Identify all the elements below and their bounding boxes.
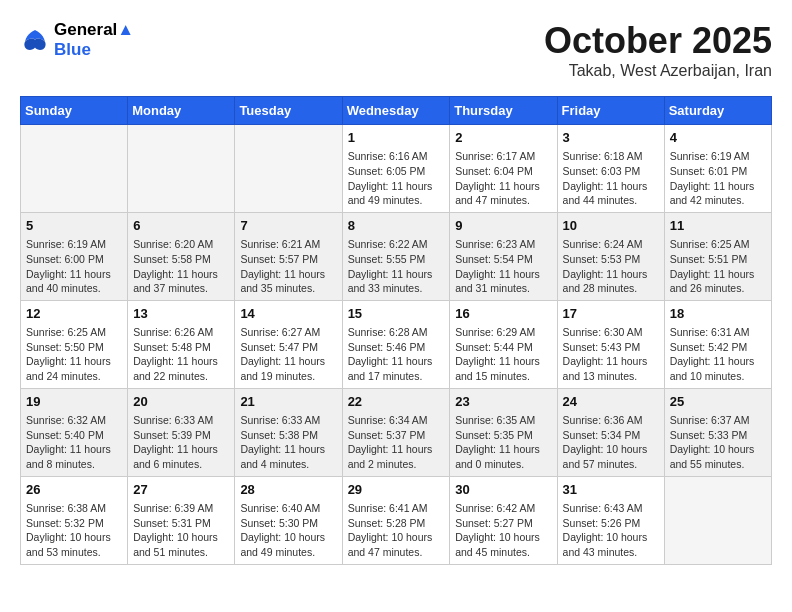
day-number: 27 [133, 481, 229, 499]
day-info-line: Sunset: 5:55 PM [348, 252, 445, 267]
day-info-line: Daylight: 11 hours [348, 442, 445, 457]
logo-text: General▲ Blue [54, 20, 134, 59]
day-info-line: Sunrise: 6:42 AM [455, 501, 551, 516]
week-row-5: 26Sunrise: 6:38 AMSunset: 5:32 PMDayligh… [21, 476, 772, 564]
day-info-line: and 42 minutes. [670, 193, 766, 208]
day-number: 31 [563, 481, 659, 499]
day-info-line: Daylight: 10 hours [348, 530, 445, 545]
day-info-line: and 24 minutes. [26, 369, 122, 384]
day-info-line: Daylight: 10 hours [26, 530, 122, 545]
calendar-cell: 5Sunrise: 6:19 AMSunset: 6:00 PMDaylight… [21, 212, 128, 300]
day-info-line: and 47 minutes. [348, 545, 445, 560]
calendar-cell: 6Sunrise: 6:20 AMSunset: 5:58 PMDaylight… [128, 212, 235, 300]
day-info-line: Daylight: 11 hours [240, 267, 336, 282]
day-info-line: Sunrise: 6:29 AM [455, 325, 551, 340]
day-number: 10 [563, 217, 659, 235]
day-number: 4 [670, 129, 766, 147]
calendar-cell: 7Sunrise: 6:21 AMSunset: 5:57 PMDaylight… [235, 212, 342, 300]
day-info-line: Sunset: 5:47 PM [240, 340, 336, 355]
day-info-line: Daylight: 11 hours [240, 354, 336, 369]
week-row-4: 19Sunrise: 6:32 AMSunset: 5:40 PMDayligh… [21, 388, 772, 476]
day-info-line: and 47 minutes. [455, 193, 551, 208]
day-info-line: Daylight: 11 hours [133, 267, 229, 282]
week-row-1: 1Sunrise: 6:16 AMSunset: 6:05 PMDaylight… [21, 125, 772, 213]
calendar-cell: 4Sunrise: 6:19 AMSunset: 6:01 PMDaylight… [664, 125, 771, 213]
day-info-line: Sunrise: 6:39 AM [133, 501, 229, 516]
header-monday: Monday [128, 97, 235, 125]
day-info-line: Sunrise: 6:37 AM [670, 413, 766, 428]
day-info-line: Daylight: 11 hours [26, 354, 122, 369]
day-info-line: Sunset: 5:57 PM [240, 252, 336, 267]
calendar-cell: 2Sunrise: 6:17 AMSunset: 6:04 PMDaylight… [450, 125, 557, 213]
day-info-line: Sunrise: 6:41 AM [348, 501, 445, 516]
day-info-line: Sunset: 5:44 PM [455, 340, 551, 355]
day-info-line: Sunrise: 6:31 AM [670, 325, 766, 340]
calendar-header: SundayMondayTuesdayWednesdayThursdayFrid… [21, 97, 772, 125]
day-number: 17 [563, 305, 659, 323]
calendar-cell: 19Sunrise: 6:32 AMSunset: 5:40 PMDayligh… [21, 388, 128, 476]
day-info-line: Sunset: 5:30 PM [240, 516, 336, 531]
day-number: 23 [455, 393, 551, 411]
day-number: 21 [240, 393, 336, 411]
calendar-cell: 23Sunrise: 6:35 AMSunset: 5:35 PMDayligh… [450, 388, 557, 476]
calendar-cell: 30Sunrise: 6:42 AMSunset: 5:27 PMDayligh… [450, 476, 557, 564]
day-info-line: Sunset: 6:00 PM [26, 252, 122, 267]
day-info-line: and 33 minutes. [348, 281, 445, 296]
day-info-line: Daylight: 10 hours [455, 530, 551, 545]
calendar-cell: 20Sunrise: 6:33 AMSunset: 5:39 PMDayligh… [128, 388, 235, 476]
header-wednesday: Wednesday [342, 97, 450, 125]
day-info-line: and 26 minutes. [670, 281, 766, 296]
calendar-cell: 22Sunrise: 6:34 AMSunset: 5:37 PMDayligh… [342, 388, 450, 476]
day-info-line: Sunrise: 6:38 AM [26, 501, 122, 516]
calendar-cell [235, 125, 342, 213]
day-number: 18 [670, 305, 766, 323]
day-info-line: Sunset: 6:04 PM [455, 164, 551, 179]
month-title: October 2025 [544, 20, 772, 62]
day-info-line: Daylight: 10 hours [133, 530, 229, 545]
calendar-cell: 9Sunrise: 6:23 AMSunset: 5:54 PMDaylight… [450, 212, 557, 300]
day-info-line: Sunrise: 6:24 AM [563, 237, 659, 252]
calendar-cell: 16Sunrise: 6:29 AMSunset: 5:44 PMDayligh… [450, 300, 557, 388]
day-number: 2 [455, 129, 551, 147]
day-info-line: Sunset: 5:27 PM [455, 516, 551, 531]
calendar-cell: 8Sunrise: 6:22 AMSunset: 5:55 PMDaylight… [342, 212, 450, 300]
calendar-cell: 12Sunrise: 6:25 AMSunset: 5:50 PMDayligh… [21, 300, 128, 388]
day-info-line: Daylight: 10 hours [670, 442, 766, 457]
day-info-line: Daylight: 11 hours [455, 442, 551, 457]
day-info-line: Sunset: 5:39 PM [133, 428, 229, 443]
day-number: 20 [133, 393, 229, 411]
day-info-line: Daylight: 11 hours [670, 179, 766, 194]
day-info-line: Sunrise: 6:43 AM [563, 501, 659, 516]
day-number: 14 [240, 305, 336, 323]
day-number: 25 [670, 393, 766, 411]
day-info-line: and 4 minutes. [240, 457, 336, 472]
day-number: 13 [133, 305, 229, 323]
day-info-line: Sunset: 6:05 PM [348, 164, 445, 179]
header-friday: Friday [557, 97, 664, 125]
day-info-line: Daylight: 10 hours [240, 530, 336, 545]
day-info-line: Sunrise: 6:34 AM [348, 413, 445, 428]
header-saturday: Saturday [664, 97, 771, 125]
day-info-line: Sunset: 5:42 PM [670, 340, 766, 355]
day-info-line: Sunrise: 6:25 AM [670, 237, 766, 252]
day-info-line: Daylight: 11 hours [133, 354, 229, 369]
day-info-line: Sunset: 5:38 PM [240, 428, 336, 443]
day-info-line: Sunset: 6:01 PM [670, 164, 766, 179]
day-info-line: Sunrise: 6:19 AM [670, 149, 766, 164]
day-info-line: Sunset: 6:03 PM [563, 164, 659, 179]
calendar-cell: 31Sunrise: 6:43 AMSunset: 5:26 PMDayligh… [557, 476, 664, 564]
calendar-cell: 11Sunrise: 6:25 AMSunset: 5:51 PMDayligh… [664, 212, 771, 300]
day-number: 3 [563, 129, 659, 147]
day-info-line: Sunset: 5:31 PM [133, 516, 229, 531]
calendar-cell: 17Sunrise: 6:30 AMSunset: 5:43 PMDayligh… [557, 300, 664, 388]
day-info-line: Daylight: 11 hours [26, 267, 122, 282]
day-info-line: Daylight: 11 hours [348, 354, 445, 369]
day-number: 26 [26, 481, 122, 499]
day-info-line: and 43 minutes. [563, 545, 659, 560]
day-info-line: Sunrise: 6:16 AM [348, 149, 445, 164]
day-info-line: and 10 minutes. [670, 369, 766, 384]
day-info-line: Sunrise: 6:33 AM [133, 413, 229, 428]
day-number: 8 [348, 217, 445, 235]
day-number: 30 [455, 481, 551, 499]
day-info-line: Sunrise: 6:40 AM [240, 501, 336, 516]
